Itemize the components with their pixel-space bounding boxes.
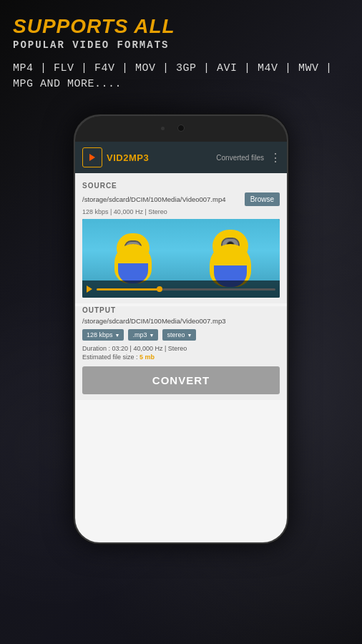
hz-stereo: 40,000 Hz | Stereo — [133, 345, 187, 352]
logo-2mp3: 2MP3 — [123, 152, 149, 163]
estimated-value: 5 mb — [140, 353, 155, 361]
title-line1: Supports all — [13, 15, 175, 37]
supports-title: Supports all — [13, 16, 349, 38]
more-options-icon[interactable]: ⋮ — [270, 151, 281, 165]
format-label: .mp3 — [132, 331, 147, 338]
play-button[interactable] — [87, 286, 92, 293]
supports-subtitle: popular video Formats — [13, 39, 349, 51]
app-logo-label: VID2MP3 — [107, 152, 149, 163]
source-row: /storage/sdcard/DCIM/100Media/Video007.m… — [82, 192, 280, 206]
app-logo-icon — [82, 147, 102, 167]
logo-vid: VID — [107, 152, 123, 163]
formats-line2: MPG AND MORE.... — [13, 78, 122, 90]
channels-dropdown[interactable]: stereo ▼ — [162, 329, 196, 341]
output-section: OUTPUT /storage/sdcard/DCIM/100Media/Vid… — [75, 306, 287, 400]
browse-button[interactable]: Browse — [245, 192, 280, 206]
bitrate-arrow-icon: ▼ — [115, 333, 120, 338]
top-text-section: Supports all popular video Formats MP4 |… — [0, 0, 362, 100]
progress-thumb — [157, 286, 162, 292]
formats-text: MP4 | FLV | F4V | MOV | 3GP | AVI | M4V … — [13, 61, 349, 93]
phone-camera — [177, 125, 185, 132]
minion-left — [114, 233, 152, 283]
output-meta: Duration : 03:20 | 40,000 Hz | Stereo — [82, 345, 280, 352]
main-content: Supports all popular video Formats MP4 |… — [0, 0, 362, 644]
phone-speaker-dot — [161, 127, 165, 130]
converted-files-button[interactable]: Converted files — [216, 154, 264, 162]
channels-label: stereo — [167, 331, 185, 338]
output-controls: 128 kbps ▼ .mp3 ▼ stereo ▼ — [82, 329, 280, 341]
app-logo: VID2MP3 — [82, 147, 149, 167]
format-arrow-icon: ▼ — [149, 333, 154, 338]
format-dropdown[interactable]: .mp3 ▼ — [128, 329, 158, 341]
minion-right — [210, 230, 251, 287]
estimated-label: Estimated file size : — [82, 353, 138, 361]
source-path: /storage/sdcard/DCIM/100Media/Video007.m… — [82, 195, 240, 203]
phone-shell: VID2MP3 Converted files ⋮ SOURCE /storag… — [74, 114, 288, 544]
output-size: Estimated file size : 5 mb — [82, 353, 280, 361]
video-preview — [82, 219, 280, 298]
source-section-label: SOURCE — [82, 182, 280, 190]
output-path: /storage/sdcard/DCIM/100Media/Video007.m… — [82, 317, 280, 325]
formats-line1: MP4 | FLV | F4V | MOV | 3GP | AVI | M4V … — [13, 62, 333, 74]
bitrate-dropdown[interactable]: 128 kbps ▼ — [82, 329, 124, 341]
minion-left-body — [114, 244, 152, 283]
progress-bar[interactable] — [97, 288, 275, 291]
app-bar: VID2MP3 Converted files ⋮ — [75, 142, 287, 173]
bitrate-label: 128 kbps — [87, 331, 113, 338]
app-screen: VID2MP3 Converted files ⋮ SOURCE /storag… — [75, 142, 287, 542]
source-info: 128 kbps | 40,000 Hz | Stereo — [82, 208, 280, 215]
progress-fill — [97, 288, 160, 291]
title-line2: popular video Formats — [13, 39, 169, 51]
convert-button[interactable]: Convert — [82, 366, 280, 394]
app-content: SOURCE /storage/sdcard/DCIM/100Media/Vid… — [75, 173, 287, 303]
video-controls — [82, 280, 280, 298]
play-icon — [89, 154, 95, 161]
channels-arrow-icon: ▼ — [187, 333, 192, 338]
duration-label: Duration : — [82, 345, 110, 352]
output-section-label: OUTPUT — [82, 306, 280, 314]
duration-value: 03:20 — [112, 345, 129, 352]
